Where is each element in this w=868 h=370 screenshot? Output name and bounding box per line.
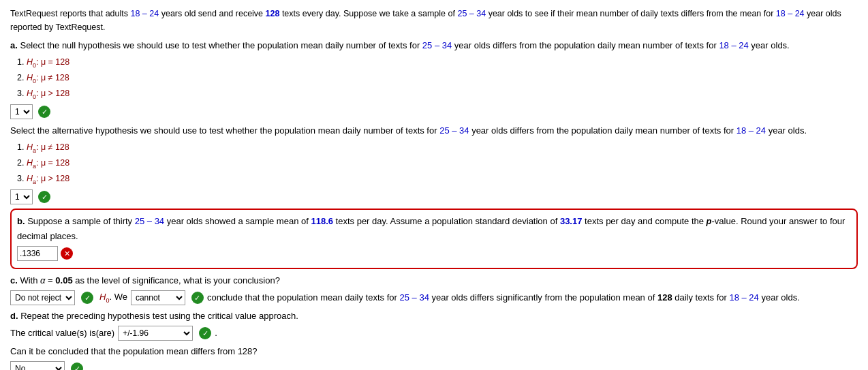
null-dropdown-row: 1 2 3 ✓ bbox=[10, 104, 858, 119]
critical-value-select[interactable]: +/-1.96 +/-2.576 +/-1.645 bbox=[118, 326, 193, 341]
p-value-x-icon: ✕ bbox=[61, 247, 73, 260]
part-a-question: a. Select the null hypothesis we should … bbox=[10, 38, 858, 53]
differs-question: Can it be concluded that the population … bbox=[10, 344, 858, 359]
conclusion-check-icon-2: ✓ bbox=[191, 292, 204, 304]
critical-check-icon: ✓ bbox=[199, 327, 211, 339]
conclusion-h0: H0. We bbox=[99, 292, 127, 304]
differs-select[interactable]: No Yes bbox=[10, 361, 65, 370]
conclusion-select-2[interactable]: cannot can bbox=[131, 290, 185, 305]
conclusion-text: conclude that the population mean daily … bbox=[207, 292, 800, 303]
p-value-row: ✕ bbox=[17, 246, 851, 261]
null-option-1: 1. H0: μ = 128 bbox=[17, 55, 858, 70]
intro-text: TextRequest reports that adults 18 – 24 … bbox=[10, 7, 858, 34]
conclusion-select-1[interactable]: Do not reject Reject bbox=[10, 290, 75, 305]
differs-check-icon: ✓ bbox=[71, 363, 83, 370]
p-value-input[interactable] bbox=[17, 246, 58, 261]
conclusion-row: Do not reject Reject ✓ H0. We cannot can… bbox=[10, 290, 858, 305]
null-option-2: 2. H0: μ ≠ 128 bbox=[17, 71, 858, 86]
main-container: TextRequest reports that adults 18 – 24 … bbox=[10, 7, 858, 370]
null-hypothesis-select[interactable]: 1 2 3 bbox=[10, 104, 33, 119]
alt-option-1: 1. Ha: μ ≠ 128 bbox=[17, 140, 858, 155]
null-option-3: 3. H0: μ > 128 bbox=[17, 87, 858, 102]
alt-dropdown-row: 1 2 3 ✓ bbox=[10, 189, 858, 204]
alt-question: Select the alternative hypothesis we sho… bbox=[10, 123, 858, 138]
alt-option-2: 2. Ha: μ = 128 bbox=[17, 156, 858, 171]
critical-label-text: The critical value(s) is(are) bbox=[10, 328, 114, 338]
differs-row: No Yes ✓ bbox=[10, 361, 858, 370]
alt-check-icon: ✓ bbox=[38, 191, 50, 203]
part-d-label: d. Repeat the preceding hypothesis test … bbox=[10, 309, 858, 324]
alt-hypothesis-select[interactable]: 1 2 3 bbox=[10, 189, 33, 204]
conclusion-check-icon-1: ✓ bbox=[81, 292, 93, 304]
part-b-section: b. Suppose a sample of thirty 25 – 34 ye… bbox=[10, 209, 858, 269]
alt-option-3: 3. Ha: μ > 128 bbox=[17, 172, 858, 187]
critical-period: . bbox=[215, 328, 217, 338]
part-c-question: c. With α = 0.05 as the level of signifi… bbox=[10, 273, 858, 288]
part-b-question: b. Suppose a sample of thirty 25 – 34 ye… bbox=[17, 214, 851, 244]
critical-value-row: The critical value(s) is(are) +/-1.96 +/… bbox=[10, 326, 858, 341]
null-check-icon: ✓ bbox=[38, 106, 50, 118]
